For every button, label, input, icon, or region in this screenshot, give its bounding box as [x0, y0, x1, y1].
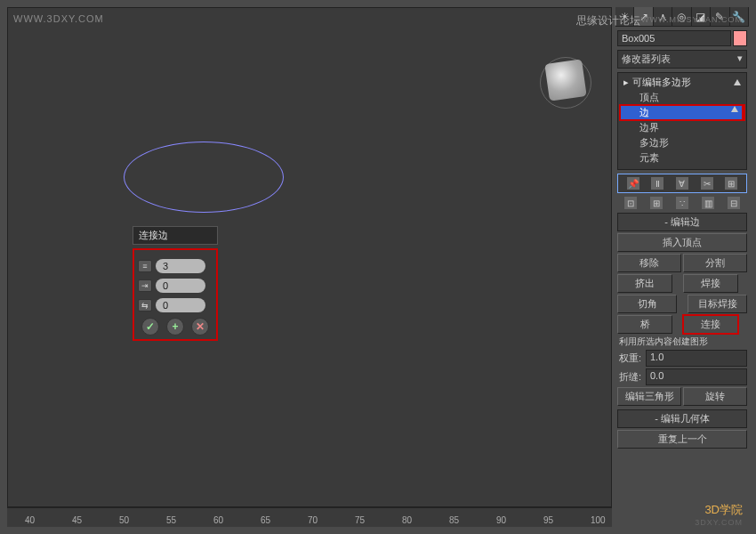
caddy-cancel-button[interactable]: ✕ [191, 318, 209, 336]
stack-sel-icon [731, 106, 738, 112]
object-name-field[interactable]: Box005 [617, 30, 731, 46]
sel-vertex-icon[interactable]: ⊡ [624, 197, 637, 209]
weight-label: 权重: [617, 350, 644, 367]
configure-icon[interactable]: ⊞ [725, 177, 737, 190]
subobj-element[interactable]: 元素 [620, 150, 744, 166]
viewport[interactable]: 连接边 ≡ 3 ⇥ 0 ⇆ 0 ✓ + ✕ [7, 7, 612, 507]
target-weld-button[interactable]: 目标焊接 [688, 295, 747, 313]
watermark-top-right-cn: 思缘设计论坛 [576, 13, 640, 28]
geometry-canvas [8, 8, 275, 142]
sel-border-icon[interactable]: ∵ [676, 197, 688, 209]
caddy-apply-button[interactable]: + [166, 318, 184, 336]
pinch-spinner[interactable]: 0 [156, 279, 205, 293]
segments-icon: ≡ [138, 260, 152, 272]
slide-icon: ⇆ [138, 299, 152, 312]
caddy-title: 连接边 [133, 226, 218, 245]
edit-tri-button[interactable]: 编辑三角形 [617, 387, 681, 406]
turn-button[interactable]: 旋转 [683, 387, 747, 406]
extrude-button[interactable]: 挤出 [617, 274, 672, 293]
remove-button[interactable]: 移除 [617, 254, 681, 272]
sel-elem-icon[interactable]: ⊟ [728, 197, 740, 209]
subobj-border[interactable]: 边界 [620, 120, 744, 135]
command-panel: ☀ ↗ ⋏ ◎ ◪ ✎ 🔧 Box005 修改器列表 ▾ ▸ 可编辑多边形 顶点… [615, 7, 749, 507]
time-ruler[interactable]: 40 45 50 55 60 65 70 75 80 85 90 95 100 [7, 507, 612, 527]
watermark-top-right-url: WWW.MISSYUAN.COM [641, 15, 743, 24]
weight-spinner[interactable]: 1.0 [646, 350, 747, 367]
connect-button[interactable]: 连接 [683, 315, 738, 334]
object-color-swatch[interactable] [733, 30, 747, 46]
rotation-gizmo[interactable] [124, 142, 284, 213]
edit-geom-rollout[interactable]: - 编辑几何体 [617, 409, 747, 428]
show-result-icon[interactable]: Ⅱ [651, 177, 664, 190]
caddy-highlight: ≡ 3 ⇥ 0 ⇆ 0 ✓ + ✕ [133, 248, 218, 341]
edit-edges-rollout[interactable]: - 编辑边 [617, 213, 747, 231]
subobj-polygon[interactable]: 多边形 [620, 135, 744, 150]
stack-root[interactable]: ▸ 可编辑多边形 [620, 75, 744, 90]
insert-vertex-button[interactable]: 插入顶点 [617, 233, 747, 252]
subobj-vertex[interactable]: 顶点 [620, 90, 744, 105]
chevron-down-icon: ▾ [737, 53, 743, 66]
bridge-button[interactable]: 桥 [617, 315, 672, 334]
segments-spinner[interactable]: 3 [156, 259, 205, 273]
stack-arrow-icon [734, 79, 741, 85]
watermark-bottom-url: 3DXY.COM [695, 518, 743, 527]
subobj-edge[interactable]: 边 [620, 105, 744, 120]
create-shape-label: 利用所选内容创建图形 [619, 336, 745, 348]
modifier-list-dropdown[interactable]: 修改器列表 ▾ [617, 50, 747, 69]
slide-spinner[interactable]: 0 [156, 298, 205, 312]
repeat-last-button[interactable]: 重复上一个 [617, 430, 747, 449]
watermark-top-left: WWW.3DXY.COM [13, 13, 104, 24]
watermark-logo: 3D学院 [704, 502, 743, 518]
viewcube[interactable] [544, 59, 586, 101]
split-button[interactable]: 分割 [683, 254, 747, 272]
make-unique-icon[interactable]: ∀ [676, 177, 688, 190]
weld-button[interactable]: 焊接 [683, 274, 738, 293]
crease-spinner[interactable]: 0.0 [646, 368, 747, 385]
crease-label: 折缝: [617, 368, 644, 385]
expand-icon: ▸ [623, 77, 629, 88]
modifier-stack[interactable]: ▸ 可编辑多边形 顶点 边 边界 多边形 元素 [617, 72, 747, 170]
stack-tools: 📌 Ⅱ ∀ ✂ ⊞ [617, 174, 747, 193]
selection-icons: ⊡ ⊞ ∵ ▥ ⊟ [617, 197, 747, 209]
pinch-icon: ⇥ [138, 279, 152, 292]
svg-marker-4 [26, 115, 275, 142]
sel-poly-icon[interactable]: ▥ [702, 197, 714, 209]
chamfer-button[interactable]: 切角 [617, 295, 677, 313]
caddy-ok-button[interactable]: ✓ [141, 318, 159, 336]
remove-mod-icon[interactable]: ✂ [701, 177, 713, 190]
pin-stack-icon[interactable]: 📌 [627, 177, 639, 190]
connect-edges-caddy: 连接边 ≡ 3 ⇥ 0 ⇆ 0 ✓ + ✕ [133, 226, 218, 341]
sel-edge-icon[interactable]: ⊞ [650, 197, 663, 209]
